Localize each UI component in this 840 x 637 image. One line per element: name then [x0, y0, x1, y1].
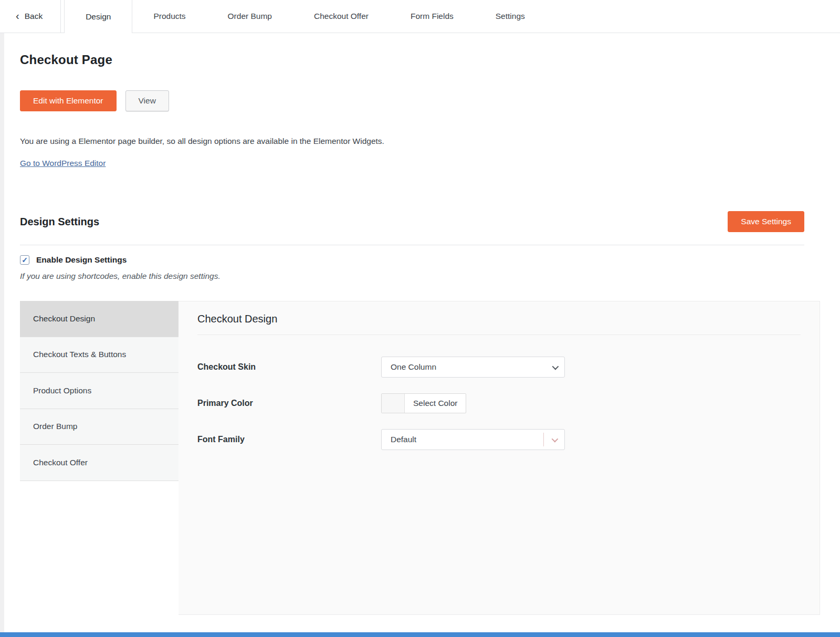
font-family-select[interactable]: Default: [381, 429, 565, 450]
tab-order-bump[interactable]: Order Bump: [207, 0, 293, 33]
panel-title: Checkout Design: [197, 313, 801, 335]
tab-settings[interactable]: Settings: [475, 0, 546, 33]
tab-products[interactable]: Products: [132, 0, 206, 33]
checkmark-icon: ✓: [22, 256, 28, 264]
top-tabs: Design Products Order Bump Checkout Offe…: [64, 0, 546, 33]
view-button[interactable]: View: [125, 90, 169, 111]
select-color-button[interactable]: Select Color: [405, 394, 466, 413]
page-left-gutter: [0, 33, 4, 632]
primary-color-label: Primary Color: [197, 399, 381, 408]
enable-design-settings-row: ✓ Enable Design Settings: [20, 255, 840, 265]
bottom-blue-bar: [0, 632, 840, 637]
tab-form-fields[interactable]: Form Fields: [390, 0, 475, 33]
page-content: Checkout Page Edit with Elementor View Y…: [0, 53, 840, 615]
page-actions: Edit with Elementor View: [20, 90, 840, 111]
side-tab-checkout-design[interactable]: Checkout Design: [20, 301, 178, 337]
design-settings-divider: [20, 245, 804, 245]
side-tab-product-options[interactable]: Product Options: [20, 373, 178, 409]
color-swatch[interactable]: [382, 394, 405, 413]
primary-color-picker[interactable]: Select Color: [381, 393, 466, 413]
tab-design[interactable]: Design: [64, 0, 132, 33]
chevron-left-icon: ‹: [16, 11, 19, 21]
select-arrow-box: [543, 433, 564, 446]
font-family-value: Default: [391, 435, 543, 444]
back-button[interactable]: ‹ Back: [0, 0, 61, 33]
page-title: Checkout Page: [20, 53, 840, 67]
checkout-skin-select[interactable]: One Column: [381, 357, 565, 378]
top-tab-bar: ‹ Back Design Products Order Bump Checko…: [0, 0, 840, 33]
checkout-skin-label: Checkout Skin: [197, 362, 381, 372]
checkout-design-panel: Checkout Design Checkout Skin One Column…: [178, 301, 820, 615]
builder-note: You are using a Elementor page builder, …: [20, 137, 840, 146]
save-settings-button[interactable]: Save Settings: [728, 211, 804, 232]
shortcode-note: If you are using shortcodes, enable this…: [20, 271, 840, 281]
enable-design-settings-label: Enable Design Settings: [36, 255, 127, 265]
enable-design-settings-checkbox[interactable]: ✓: [20, 255, 29, 265]
tab-checkout-offer[interactable]: Checkout Offer: [293, 0, 390, 33]
checkout-skin-value: One Column: [391, 362, 552, 372]
design-settings-header: Design Settings Save Settings: [20, 211, 804, 232]
primary-color-field: Primary Color Select Color: [197, 393, 801, 413]
font-family-label: Font Family: [197, 435, 381, 444]
checkout-skin-field: Checkout Skin One Column: [197, 357, 801, 378]
chevron-down-icon: [552, 363, 559, 370]
design-settings-panel: Checkout Design Checkout Texts & Buttons…: [20, 301, 820, 615]
design-settings-title: Design Settings: [20, 216, 99, 228]
side-tab-order-bump[interactable]: Order Bump: [20, 409, 178, 445]
settings-side-tabs: Checkout Design Checkout Texts & Buttons…: [20, 301, 178, 615]
side-tab-checkout-offer[interactable]: Checkout Offer: [20, 445, 178, 481]
back-label: Back: [25, 12, 43, 21]
edit-with-elementor-button[interactable]: Edit with Elementor: [20, 90, 117, 111]
chevron-down-icon: [552, 435, 559, 442]
go-to-wordpress-editor-link[interactable]: Go to WordPress Editor: [20, 159, 106, 168]
font-family-field: Font Family Default: [197, 429, 801, 450]
side-tab-checkout-texts-buttons[interactable]: Checkout Texts & Buttons: [20, 337, 178, 373]
